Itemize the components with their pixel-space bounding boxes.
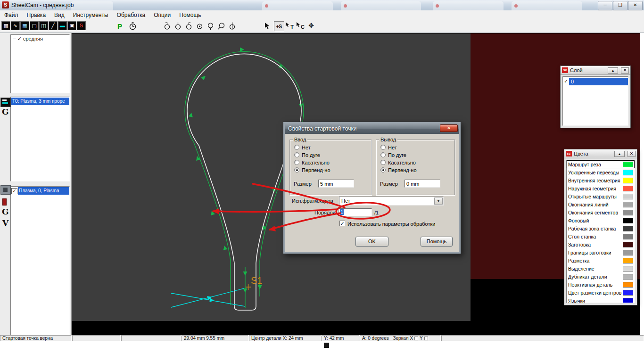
dialog-close-icon[interactable]: ✕ xyxy=(440,124,458,132)
parts-panel[interactable]: ┄ ✓ средняя xyxy=(10,34,70,93)
color-row[interactable]: Границы заготовки xyxy=(567,248,635,256)
menu-view[interactable]: Вид xyxy=(50,10,69,20)
color-swatch[interactable] xyxy=(623,226,633,231)
sheetcam-logo-icon[interactable]: S xyxy=(77,21,86,30)
color-row[interactable]: Заготовка xyxy=(567,240,635,248)
color-row[interactable]: Внутренняя геометрия xyxy=(567,176,635,184)
edit-start-point-tool-icon[interactable]: +S xyxy=(274,21,284,32)
color-row[interactable]: Стол станка xyxy=(567,232,635,240)
radio-input-perpendicular[interactable] xyxy=(294,167,299,173)
radio-row[interactable]: Перпенд-но xyxy=(294,167,330,173)
operation-label[interactable]: Плазма, 0, Plasma xyxy=(18,187,69,195)
outline-view-icon[interactable]: ▢ xyxy=(30,21,39,30)
color-row[interactable]: Открытые маршруты xyxy=(567,192,635,200)
path-view-icon[interactable]: ∿ xyxy=(11,21,20,30)
dropdown-arrow-icon[interactable]: ▼ xyxy=(434,197,443,205)
mirror-x-checkbox[interactable] xyxy=(414,337,418,340)
start-point-through-icon[interactable] xyxy=(228,22,237,31)
layer-palette-close-icon[interactable]: ✕ xyxy=(621,67,629,74)
start-point-top-left-icon[interactable] xyxy=(163,22,172,31)
colors-palette-titlebar[interactable]: sc Цвета ▲ ✕ xyxy=(564,149,637,158)
layer-check-icon[interactable]: ✓ xyxy=(563,79,569,84)
radio-input-tangent[interactable] xyxy=(294,160,299,165)
split-view-icon[interactable]: ◫ xyxy=(39,21,48,30)
menu-options[interactable]: Опции xyxy=(149,10,175,20)
radio-row[interactable]: Нет xyxy=(294,144,311,150)
radio-input-arc[interactable] xyxy=(294,152,299,157)
solid-view-icon[interactable]: ▣ xyxy=(67,21,76,30)
part-tree-item[interactable]: ┄ ✓ средняя xyxy=(11,35,69,42)
run-post-icon[interactable]: P xyxy=(117,22,122,30)
output-size-field[interactable] xyxy=(405,180,440,188)
radio-row[interactable]: Перпенд-но xyxy=(380,167,417,173)
snippets-dropdown[interactable]: Нет ▼ xyxy=(339,197,444,206)
collapse-icon[interactable]: ▲ xyxy=(608,67,618,74)
pan-tool-icon[interactable]: ✥ xyxy=(306,21,316,31)
color-swatch[interactable] xyxy=(623,266,633,272)
input-size-field[interactable] xyxy=(318,180,354,188)
color-row[interactable]: Фоновый xyxy=(567,216,635,224)
color-row[interactable]: Дубликат детали xyxy=(567,272,635,280)
radio-input-none[interactable] xyxy=(294,145,299,150)
color-row[interactable]: Окончания линий xyxy=(567,200,635,208)
radio-row[interactable]: По дуге xyxy=(380,152,406,158)
start-point-top-right-icon[interactable] xyxy=(184,22,193,31)
layer-row[interactable]: ✓ 0 xyxy=(563,77,628,85)
color-swatch[interactable] xyxy=(623,162,633,167)
color-swatch[interactable] xyxy=(623,202,633,207)
start-point-center-icon[interactable] xyxy=(195,22,204,31)
color-swatch[interactable] xyxy=(623,218,633,223)
color-swatch[interactable] xyxy=(623,242,633,247)
ok-button[interactable]: OK xyxy=(355,237,388,247)
color-row[interactable]: Ускоренные переезды xyxy=(567,168,635,176)
select-tool-icon[interactable] xyxy=(263,22,272,31)
radio-output-perpendicular[interactable] xyxy=(380,167,386,173)
color-row[interactable]: Цвет разметки центров xyxy=(567,288,635,296)
color-swatch[interactable] xyxy=(623,282,633,288)
layer-list[interactable]: ✓ 0 xyxy=(562,76,628,126)
layer-palette-titlebar[interactable]: sc Слой ▲ ✕ xyxy=(561,66,630,75)
radio-output-arc[interactable] xyxy=(380,152,386,157)
contour-tool-icon[interactable]: C xyxy=(296,21,305,31)
maximize-button[interactable]: ❐ xyxy=(613,1,627,10)
color-swatch[interactable] xyxy=(623,234,633,239)
color-row[interactable]: Язычки xyxy=(567,296,635,303)
colors-palette-close-icon[interactable]: ✕ xyxy=(627,151,636,157)
color-swatch[interactable] xyxy=(623,274,633,280)
tool-list-item[interactable]: T0: Plasma, 3 mm проре xyxy=(11,98,69,105)
color-swatch[interactable] xyxy=(623,298,633,304)
start-point-bottom-left-icon[interactable] xyxy=(217,22,226,31)
color-swatch[interactable] xyxy=(623,250,633,255)
menu-tools[interactable]: Инструменты xyxy=(69,10,113,20)
tangent-tool-icon[interactable]: T xyxy=(285,21,294,31)
tools-panel[interactable]: T0: Plasma, 3 mm проре xyxy=(10,97,70,181)
radio-row[interactable]: По дуге xyxy=(294,152,320,158)
part-label[interactable]: средняя xyxy=(23,36,43,41)
order-input[interactable]: 1 xyxy=(338,208,372,216)
color-swatch[interactable] xyxy=(623,290,633,296)
color-swatch[interactable] xyxy=(623,258,633,263)
menu-machining[interactable]: Обработка xyxy=(113,10,150,20)
menu-help[interactable]: Помощь xyxy=(175,10,205,20)
radio-output-tangent[interactable] xyxy=(380,160,386,165)
part-check-icon[interactable]: ✓ xyxy=(17,36,22,41)
dialog-titlebar[interactable]: Свойства стартовой точки xyxy=(285,123,459,134)
radio-row[interactable]: Касательно xyxy=(294,159,330,165)
grid-view-icon[interactable]: ▦ xyxy=(20,21,29,30)
color-row[interactable]: Выделение xyxy=(567,264,635,272)
color-row[interactable]: Окончания сегментов xyxy=(567,208,635,216)
panel-view-icon[interactable]: ▬ xyxy=(58,21,67,30)
layer-palette[interactable]: sc Слой ▲ ✕ ✓ 0 xyxy=(560,66,631,128)
color-swatch[interactable] xyxy=(623,194,633,199)
colors-palette[interactable]: sc Цвета ▲ ✕ Маршрут реза Ускоренные пер… xyxy=(564,149,637,305)
radio-output-none[interactable] xyxy=(380,145,386,150)
menu-edit[interactable]: Правка xyxy=(23,10,50,20)
start-point-top-icon[interactable] xyxy=(173,22,182,31)
collapse-icon[interactable]: ▲ xyxy=(614,151,625,157)
mirror-y-checkbox[interactable] xyxy=(424,337,428,340)
close-button[interactable]: ✕ xyxy=(628,1,643,10)
use-params-checkbox[interactable]: ✓ xyxy=(339,221,345,226)
color-row[interactable]: Наружная геометрия xyxy=(567,184,635,192)
start-point-properties-dialog[interactable]: Свойства стартовой точки ✕ Ввод Нет По д… xyxy=(283,122,461,254)
parts-view-icon[interactable]: ▩ xyxy=(1,21,10,30)
